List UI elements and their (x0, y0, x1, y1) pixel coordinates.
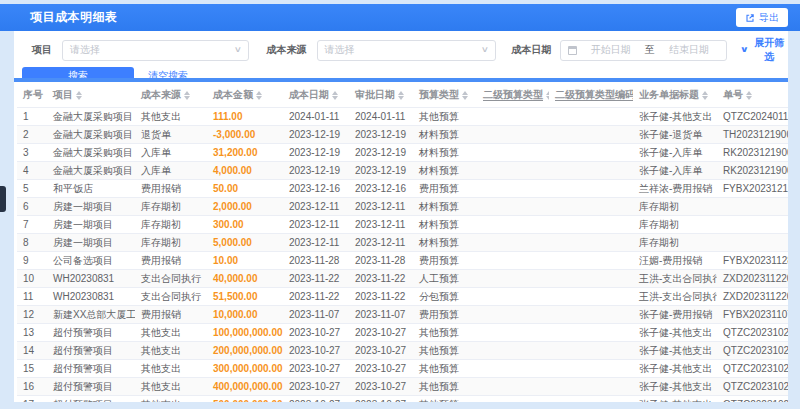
table-cell: 其他支出 (135, 342, 207, 360)
table-cell: 2024-01-11 (349, 108, 413, 126)
table-cell: 金融大厦采购项目 (47, 144, 135, 162)
table-cell: 其他预算 (413, 342, 477, 360)
table-cell: 2024-01-11 (283, 108, 349, 126)
sidebar-collapse-handle[interactable] (0, 186, 6, 212)
sort-icon[interactable] (184, 91, 190, 100)
sort-icon[interactable] (256, 91, 262, 100)
table-cell: 其他支出 (135, 360, 207, 378)
table-cell: 2023-12-19 (349, 144, 413, 162)
table-cell: FYBX20231107001 (717, 306, 788, 324)
sort-icon[interactable] (546, 91, 549, 100)
table-cell: 公司备选项目 (47, 252, 135, 270)
table-cell: 张子健-费用报销 (633, 306, 717, 324)
column-header[interactable]: 审批日期 (349, 82, 413, 108)
column-header[interactable]: 预算类型 (413, 82, 477, 108)
cost-source-select[interactable]: 请选择 ∨ (317, 40, 496, 61)
column-header-label: 成本金额 (213, 89, 253, 100)
chevron-down-icon: ∨ (740, 46, 749, 54)
column-header-label: 预算类型 (419, 89, 459, 100)
table-row: 13超付预警项目其他支出100,000,000.002023-10-272023… (17, 324, 788, 342)
table-cell: 2023-10-27 (283, 378, 349, 396)
table-cell: 入库单 (135, 162, 207, 180)
table-cell (477, 396, 549, 403)
table-cell: 和平饭店 (47, 180, 135, 198)
sort-icon[interactable] (332, 91, 338, 100)
project-filter-label: 项目 (32, 43, 52, 57)
table-cell: 2023-11-22 (349, 288, 413, 306)
table-cell: 2023-11-22 (283, 288, 349, 306)
column-header-label: 审批日期 (355, 89, 395, 100)
table-cell: 5,000.00 (207, 234, 283, 252)
app-header-bar: 项目成本明细表 导出 (0, 4, 800, 31)
table-cell: ZXD20231122001 (717, 288, 788, 306)
table-cell: 金融大厦采购项目 (47, 162, 135, 180)
table-cell: 2023-12-11 (283, 216, 349, 234)
table-cell: 王洪-支出合同执行 (633, 270, 717, 288)
table-cell (549, 252, 633, 270)
table-cell: 金融大厦采购项目 (47, 126, 135, 144)
column-header[interactable]: 成本金额 (207, 82, 283, 108)
sort-icon[interactable] (746, 91, 752, 100)
table-cell: ZXD20231122002 (717, 270, 788, 288)
table-cell (549, 162, 633, 180)
filter-panel: 项目 请选择 ∨ 成本来源 请选择 ∨ 成本日期 开始日期 至 结束日期 ∨ 展… (14, 31, 788, 78)
table-cell: 库存期初 (135, 216, 207, 234)
sort-icon[interactable] (76, 91, 82, 100)
table-cell (477, 306, 549, 324)
table-cell: 其他支出 (135, 378, 207, 396)
table-cell: 张子健-其他支出 (633, 378, 717, 396)
table-cell: 100,000,000.00 (207, 324, 283, 342)
table-row: 14超付预警项目其他支出200,000,000.002023-10-272023… (17, 342, 788, 360)
table-row: 6房建一期项目库存期初2,000.002023-12-112023-12-11材… (17, 198, 788, 216)
table-cell: 房建一期项目 (47, 216, 135, 234)
column-header[interactable]: 二级预算类型编码 (549, 82, 633, 108)
table-cell: 张子健-其他支出 (633, 108, 717, 126)
table-cell (477, 270, 549, 288)
table-cell: 兰祥浓-费用报销 (633, 180, 717, 198)
table-cell (477, 288, 549, 306)
table-cell: 超付预警项目 (47, 396, 135, 403)
table-cell: 汪媚-费用报销 (633, 252, 717, 270)
column-header[interactable]: 二级预算类型 (477, 82, 549, 108)
table-row: 1金融大厦采购项目其他支出111.002024-01-112024-01-11其… (17, 108, 788, 126)
table-cell (477, 180, 549, 198)
table-cell: FYBX20231216001 (717, 180, 788, 198)
column-header[interactable]: 单号 (717, 82, 788, 108)
sort-icon[interactable] (462, 91, 468, 100)
table-row: 7房建一期项目库存期初300.002023-12-112023-12-11材料预… (17, 216, 788, 234)
table-cell (549, 234, 633, 252)
table-cell: 200,000,000.00 (207, 342, 283, 360)
cost-source-filter-label: 成本来源 (267, 43, 307, 57)
calendar-icon (568, 46, 577, 55)
column-header[interactable]: 成本日期 (283, 82, 349, 108)
column-header[interactable]: 项目 (47, 82, 135, 108)
cost-source-select-placeholder: 请选择 (325, 43, 355, 57)
table-cell: 2023-10-27 (283, 360, 349, 378)
sort-icon[interactable] (702, 91, 708, 100)
table-row: 17超付预警项目其他支出500,000,000.002023-10-272023… (17, 396, 788, 403)
table-cell: 2023-12-16 (283, 180, 349, 198)
table-cell: 人工预算 (413, 270, 477, 288)
table-cell: 材料预算 (413, 144, 477, 162)
table-cell (717, 198, 788, 216)
cost-date-range-input[interactable]: 开始日期 至 结束日期 (560, 40, 728, 61)
export-button[interactable]: 导出 (736, 8, 788, 27)
table-cell: 费用预算 (413, 180, 477, 198)
table-cell: 2023-12-11 (283, 234, 349, 252)
table-cell: 16 (17, 378, 47, 396)
table-cell: RK20231219003 (717, 144, 788, 162)
table-cell: 库存期初 (633, 234, 717, 252)
sort-icon[interactable] (398, 91, 404, 100)
column-header[interactable]: 业务单据标题 (633, 82, 717, 108)
table-cell: 金融大厦采购项目 (47, 108, 135, 126)
table-cell: 其他预算 (413, 396, 477, 403)
column-header[interactable]: 成本来源 (135, 82, 207, 108)
table-cell (549, 342, 633, 360)
project-select[interactable]: 请选择 ∨ (62, 40, 249, 61)
expand-filters-link[interactable]: ∨ 展开筛选 (741, 36, 788, 64)
table-cell: 111.00 (207, 108, 283, 126)
table-cell: 2023-10-27 (349, 324, 413, 342)
table-cell (477, 198, 549, 216)
column-header-label: 业务单据标题 (639, 89, 699, 100)
table-cell: 其他预算 (413, 360, 477, 378)
